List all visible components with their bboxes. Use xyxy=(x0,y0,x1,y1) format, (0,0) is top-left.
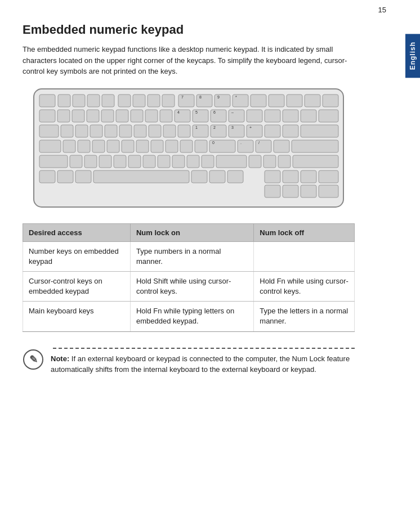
svg-rect-106 xyxy=(209,170,225,183)
svg-rect-75 xyxy=(180,140,193,152)
svg-rect-83 xyxy=(274,140,289,152)
svg-rect-98 xyxy=(263,155,276,168)
svg-rect-114 xyxy=(301,185,316,197)
table-cell: Type numbers in a normal manner. xyxy=(130,241,253,271)
note-label: Note: xyxy=(51,354,69,363)
svg-rect-63 xyxy=(265,125,280,137)
svg-rect-41 xyxy=(265,110,280,122)
intro-text: The embedded numeric keypad functions li… xyxy=(23,44,355,77)
svg-rect-74 xyxy=(166,140,178,152)
keyboard-illustration: 7 8 9 * 4 5 6 xyxy=(23,86,355,210)
svg-rect-54 xyxy=(178,125,190,137)
section-title: Embedded numeric keypad xyxy=(23,23,355,37)
svg-rect-73 xyxy=(151,140,163,152)
svg-rect-97 xyxy=(249,155,261,168)
svg-rect-99 xyxy=(278,155,291,168)
main-content: Embedded numeric keypad The embedded num… xyxy=(0,17,388,387)
svg-rect-50 xyxy=(119,125,132,137)
table-cell: Hold Fn while using cursor-control keys. xyxy=(254,271,355,301)
svg-text:4: 4 xyxy=(177,110,180,114)
svg-rect-48 xyxy=(90,125,102,137)
table-header-numon: Num lock on xyxy=(130,223,253,241)
svg-rect-90 xyxy=(128,155,141,168)
svg-rect-6 xyxy=(118,95,131,107)
svg-rect-65 xyxy=(301,125,338,137)
table-cell xyxy=(254,241,355,271)
svg-rect-85 xyxy=(39,155,68,168)
svg-text:2: 2 xyxy=(213,125,216,129)
svg-text:5: 5 xyxy=(195,110,198,114)
svg-rect-9 xyxy=(162,95,175,107)
svg-rect-5 xyxy=(102,95,114,107)
table-cell: Hold Shift while using cursor-control ke… xyxy=(130,271,253,301)
svg-rect-72 xyxy=(136,140,149,152)
svg-text:1: 1 xyxy=(195,125,198,129)
svg-rect-2 xyxy=(58,95,70,107)
svg-rect-68 xyxy=(78,140,90,152)
svg-rect-22 xyxy=(323,95,338,107)
svg-text:8: 8 xyxy=(199,95,202,99)
svg-rect-20 xyxy=(287,95,302,107)
svg-rect-42 xyxy=(283,110,298,122)
svg-text:/: / xyxy=(258,141,260,145)
svg-rect-112 xyxy=(265,185,280,197)
svg-rect-4 xyxy=(87,95,100,107)
svg-rect-53 xyxy=(163,125,176,137)
svg-text:.: . xyxy=(240,141,242,145)
table-cell: Cursor-control keys on embedded keypad xyxy=(23,271,131,301)
svg-rect-76 xyxy=(195,140,207,152)
svg-rect-70 xyxy=(107,140,119,152)
svg-rect-101 xyxy=(39,170,55,183)
svg-rect-18 xyxy=(251,95,266,107)
svg-rect-28 xyxy=(116,110,128,122)
svg-text:–: – xyxy=(231,110,234,114)
svg-text:9: 9 xyxy=(217,95,220,99)
svg-rect-8 xyxy=(148,95,160,107)
svg-rect-92 xyxy=(158,155,170,168)
svg-rect-29 xyxy=(131,110,143,122)
svg-rect-91 xyxy=(143,155,155,168)
svg-rect-21 xyxy=(305,95,320,107)
svg-rect-40 xyxy=(247,110,262,122)
note-icon: ✎ xyxy=(23,349,44,370)
svg-rect-88 xyxy=(99,155,111,168)
svg-text:+: + xyxy=(249,125,252,129)
svg-rect-69 xyxy=(92,140,105,152)
language-tab: English xyxy=(405,34,420,78)
svg-rect-95 xyxy=(202,155,214,168)
svg-rect-47 xyxy=(75,125,88,137)
svg-rect-96 xyxy=(216,155,247,168)
table-row: Main keyboard keysHold Fn while typing l… xyxy=(23,302,355,331)
table-cell: Hold Fn while typing letters on embedded… xyxy=(130,302,253,331)
svg-rect-23 xyxy=(39,110,55,122)
table-header-desired: Desired access xyxy=(23,223,131,241)
svg-text:6: 6 xyxy=(213,110,216,114)
svg-rect-45 xyxy=(39,125,59,137)
access-table: Desired access Num lock on Num lock off … xyxy=(23,223,355,332)
svg-rect-67 xyxy=(63,140,75,152)
note-text: Note: If an external keyboard or keypad … xyxy=(51,353,355,375)
table-cell: Number keys on embedded keypad xyxy=(23,241,131,271)
svg-rect-113 xyxy=(283,185,298,197)
svg-rect-102 xyxy=(57,170,73,183)
svg-rect-24 xyxy=(57,110,70,122)
svg-rect-66 xyxy=(39,140,61,152)
svg-text:0: 0 xyxy=(212,141,215,145)
svg-rect-49 xyxy=(105,125,117,137)
table-header-numoff: Num lock off xyxy=(254,223,355,241)
svg-rect-31 xyxy=(160,110,172,122)
table-row: Cursor-control keys on embedded keypadHo… xyxy=(23,271,355,301)
note-content: Note: If an external keyboard or keypad … xyxy=(51,348,355,375)
svg-rect-100 xyxy=(293,155,338,168)
svg-rect-109 xyxy=(283,170,298,183)
svg-rect-7 xyxy=(133,95,145,107)
svg-rect-93 xyxy=(172,155,185,168)
svg-rect-108 xyxy=(265,170,280,183)
svg-rect-84 xyxy=(292,140,338,152)
svg-rect-30 xyxy=(145,110,158,122)
svg-rect-46 xyxy=(61,125,73,137)
svg-rect-104 xyxy=(93,170,189,183)
page-number: 15 xyxy=(0,0,420,17)
svg-rect-44 xyxy=(319,110,338,122)
table-row: Number keys on embedded keypadType numbe… xyxy=(23,241,355,271)
